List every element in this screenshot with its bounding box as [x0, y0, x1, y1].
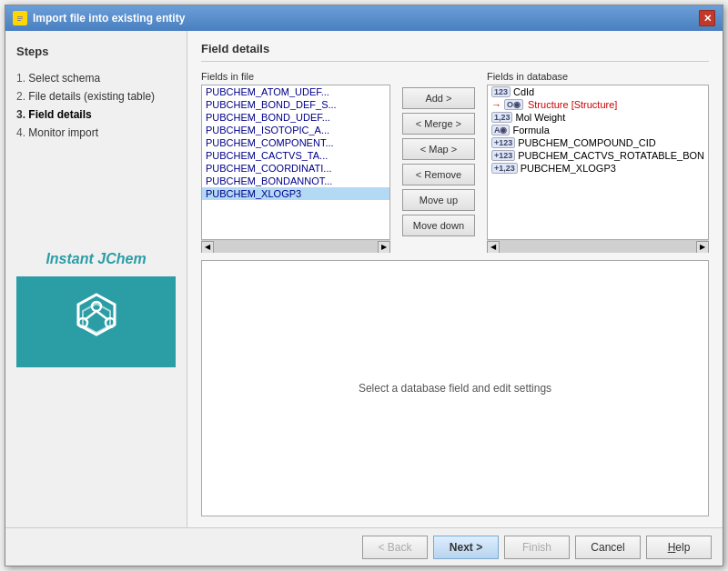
move-up-button[interactable]: Move up [402, 189, 475, 211]
fields-in-file-section: Fields in file PUBCHEM_ATOM_UDEF... PUBC… [201, 71, 390, 253]
footer: < Back Next > Finish Cancel Help [5, 527, 723, 566]
finish-button[interactable]: Finish [504, 536, 570, 559]
help-underline: Help [668, 541, 691, 554]
db-field-name: PUBCHEM_XLOGP3 [521, 163, 616, 174]
step-3: 3. Field details [16, 105, 176, 124]
next-button[interactable]: Next > [433, 536, 499, 559]
close-button[interactable]: ✕ [699, 10, 715, 26]
content-area: Steps 1. Select schema 2. File details (… [5, 31, 723, 527]
step-4: 4. Monitor import [16, 124, 176, 142]
db-field-name: CdId [513, 86, 534, 97]
logo-icon [65, 290, 128, 354]
type-badge: O◉ [504, 99, 523, 110]
list-item[interactable]: PUBCHEM_COORDINATI... [202, 162, 389, 175]
list-item[interactable]: PUBCHEM_ATOM_UDEF... [202, 85, 389, 98]
fields-in-file-label: Fields in file [201, 71, 390, 82]
step-4-label: Monitor import [28, 126, 98, 139]
add-button[interactable]: Add > [402, 87, 475, 109]
list-item[interactable]: PUBCHEM_XLOGP3 [202, 187, 389, 200]
list-item[interactable]: 1,23 Mol Weight [488, 111, 708, 124]
fields-in-db-section: Fields in database 123 CdId → [487, 71, 709, 253]
type-badge: A◉ [491, 125, 511, 135]
scroll-left-arrow[interactable]: ◀ [201, 241, 214, 254]
db-scroll-left-arrow[interactable]: ◀ [487, 241, 500, 254]
steps-list: 1. Select schema 2. File details (existi… [16, 69, 176, 142]
list-item[interactable]: PUBCHEM_BOND_DEF_S... [202, 98, 389, 111]
merge-button[interactable]: < Merge > [402, 113, 475, 135]
main-panel: Field details Fields in file PUBCHEM_ATO… [187, 31, 723, 527]
type-badge: 123 [491, 86, 511, 97]
list-item[interactable]: +123 PUBCHEM_CACTVS_ROTATABLE_BON [488, 149, 708, 162]
panel-title: Field details [201, 42, 709, 62]
list-item[interactable]: PUBCHEM_BOND_UDEF... [202, 111, 389, 124]
type-badge: 1,23 [491, 112, 513, 123]
db-scroll-right-arrow[interactable]: ▶ [696, 241, 709, 254]
sidebar-title: Steps [16, 45, 176, 58]
db-fields-wrapper: 123 CdId → O◉ Structure [Structure] [487, 85, 709, 253]
scroll-track[interactable] [214, 241, 378, 254]
type-badge: +1,23 [491, 163, 518, 174]
db-field-name: PUBCHEM_COMPOUND_CID [518, 137, 656, 148]
back-button[interactable]: < Back [362, 536, 428, 559]
middle-buttons: Add > < Merge > < Map > < Remove Move up… [398, 71, 480, 253]
dialog: Import file into existing entity ✕ Steps… [5, 5, 723, 566]
remove-button[interactable]: < Remove [402, 164, 475, 185]
step-2-label: File details (existing table) [28, 90, 155, 103]
db-field-name: PUBCHEM_CACTVS_ROTATABLE_BON [518, 150, 704, 161]
dialog-title: Import file into existing entity [33, 12, 185, 25]
db-fields-hscrollbar[interactable]: ◀ ▶ [487, 240, 709, 253]
svg-line-9 [85, 311, 96, 320]
step-1-number: 1. [16, 72, 25, 85]
list-item[interactable]: PUBCHEM_CACTVS_TA... [202, 149, 389, 162]
top-section: Fields in file PUBCHEM_ATOM_UDEF... PUBC… [201, 71, 709, 253]
list-item[interactable]: PUBCHEM_COMPONENT... [202, 136, 389, 149]
brand-label: Instant JChem [16, 251, 176, 267]
step-2-number: 2. [16, 90, 25, 103]
title-bar-left: Import file into existing entity [13, 11, 185, 25]
logo-box [16, 276, 176, 367]
list-item[interactable]: +123 PUBCHEM_COMPOUND_CID [488, 136, 708, 149]
db-field-name: Mol Weight [515, 112, 565, 123]
type-badge: +123 [491, 137, 515, 148]
arrow-icon: → [491, 99, 501, 110]
map-button[interactable]: < Map > [402, 138, 475, 160]
svg-rect-3 [17, 20, 21, 21]
list-item[interactable]: A◉ Formula [488, 124, 708, 136]
settings-hint: Select a database field and edit setting… [359, 382, 551, 395]
svg-rect-1 [17, 16, 23, 17]
field-details-area: Fields in file PUBCHEM_ATOM_UDEF... PUBC… [201, 71, 709, 516]
file-fields-listbox[interactable]: PUBCHEM_ATOM_UDEF... PUBCHEM_BOND_DEF_S.… [201, 85, 390, 240]
sidebar: Steps 1. Select schema 2. File details (… [5, 31, 187, 527]
help-button[interactable]: Help [646, 536, 712, 559]
list-item[interactable]: PUBCHEM_ISOTOPIC_A... [202, 124, 389, 136]
cancel-button[interactable]: Cancel [575, 536, 641, 559]
step-1-label: Select schema [28, 72, 100, 85]
dialog-icon [13, 11, 27, 25]
settings-area: Select a database field and edit setting… [201, 260, 709, 516]
step-3-number: 3. [16, 108, 25, 121]
step-1: 1. Select schema [16, 69, 176, 87]
step-2: 2. File details (existing table) [16, 87, 176, 105]
svg-line-10 [96, 311, 108, 320]
list-item[interactable]: PUBCHEM_BONDANNOT... [202, 175, 389, 187]
db-scroll-track[interactable] [500, 241, 696, 254]
scroll-right-arrow[interactable]: ▶ [378, 241, 390, 254]
list-item[interactable]: +1,23 PUBCHEM_XLOGP3 [488, 162, 708, 175]
db-fields-listbox[interactable]: 123 CdId → O◉ Structure [Structure] [487, 85, 709, 240]
db-field-name: Structure [Structure] [528, 99, 617, 110]
move-down-button[interactable]: Move down [402, 215, 475, 236]
list-item[interactable]: → O◉ Structure [Structure] [488, 98, 708, 111]
list-item[interactable]: 123 CdId [488, 85, 708, 98]
title-bar: Import file into existing entity ✕ [5, 5, 723, 31]
step-4-number: 4. [16, 126, 25, 139]
type-badge: +123 [491, 150, 515, 161]
file-fields-wrapper: PUBCHEM_ATOM_UDEF... PUBCHEM_BOND_DEF_S.… [201, 85, 390, 253]
file-fields-hscrollbar[interactable]: ◀ ▶ [201, 240, 390, 253]
db-field-name: Formula [512, 125, 549, 135]
svg-rect-2 [17, 18, 23, 19]
step-3-label: Field details [28, 108, 91, 121]
fields-in-db-label: Fields in database [487, 71, 709, 82]
